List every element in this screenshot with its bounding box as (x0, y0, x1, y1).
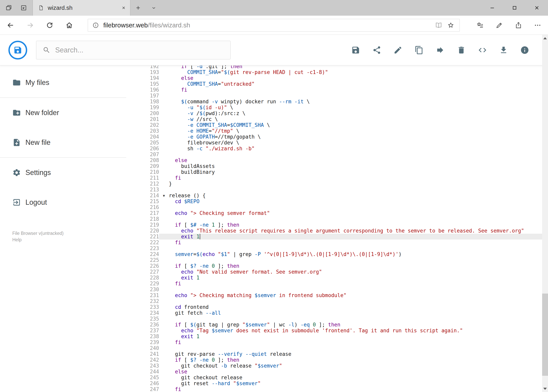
code-line-198[interactable]: 198 $(command -v winpty) docker run --rm… (126, 99, 548, 105)
code-line-246[interactable]: 246 git reset --hard "$semver" (126, 380, 548, 386)
code-line-209[interactable]: 209 buildAssets (126, 163, 548, 169)
code-line-210[interactable]: 210 buildBinary (126, 169, 548, 175)
scrollbar-thumb[interactable] (542, 294, 548, 376)
code-line-238[interactable]: 238 exit 1 (126, 334, 548, 339)
code-line-226[interactable]: 226 if [ $? -ne 0 ]; then (126, 263, 548, 269)
share-page-button[interactable] (511, 17, 526, 33)
code-line-232[interactable]: 232 (126, 298, 548, 304)
code-line-229[interactable]: 229 fi (126, 281, 548, 287)
code-line-241[interactable]: 241 git rev-parse --verify --quiet relea… (126, 351, 548, 357)
code-line-230[interactable]: 230 (126, 287, 548, 292)
code-line-228[interactable]: 228 exit 1 (126, 275, 548, 281)
code-line-212[interactable]: 212} (126, 181, 548, 187)
code-line-203[interactable]: 203 -e HOME="//tmp" \ (126, 128, 548, 134)
code-line-205[interactable]: 205 filebrowser/dev \ (126, 140, 548, 146)
code-line-204[interactable]: 204 -e GOPATH=//tmp/gopath \ (126, 134, 548, 140)
sidebar-item-new-file[interactable]: New file (0, 128, 126, 157)
code-line-216[interactable]: 216 (126, 204, 548, 210)
more-options-button[interactable] (530, 17, 545, 33)
sidebar-item-new-folder[interactable]: New folder (0, 98, 126, 128)
scroll-up-button[interactable] (542, 35, 548, 42)
code-line-231[interactable]: 231 echo "> Checking matching $semver in… (126, 292, 548, 298)
sidebar-item-settings[interactable]: Settings (0, 158, 126, 188)
site-info-icon[interactable] (92, 22, 99, 28)
minimize-button[interactable] (481, 0, 503, 16)
close-window-button[interactable] (526, 0, 548, 16)
refresh-button[interactable] (42, 17, 57, 33)
share-button[interactable] (369, 42, 385, 58)
code-line-237[interactable]: 237 echo "Tag $semver does not exist in … (126, 328, 548, 334)
code-line-223[interactable]: 223 (126, 245, 548, 251)
code-line-244[interactable]: 244 else (126, 369, 548, 375)
code-line-242[interactable]: 242 if [ $? -ne 0 ]; then (126, 357, 548, 363)
favorite-star-icon[interactable] (447, 22, 454, 29)
code-line-218[interactable]: 218 (126, 216, 548, 222)
code-line-208[interactable]: 208 else (126, 157, 548, 163)
code-line-217[interactable]: 217 echo "> Checking semver format" (126, 210, 548, 216)
code-line-215[interactable]: 215 cd $REPO (126, 198, 548, 204)
home-button[interactable] (62, 17, 77, 33)
code-editor[interactable]: 192 if [ -d .git ]; then193 COMMIT_SHA="… (126, 66, 548, 392)
code-line-247[interactable]: 247 fi (126, 386, 548, 392)
maximize-button[interactable] (503, 0, 526, 16)
download-button[interactable] (496, 42, 511, 58)
sidebar-item-my-files[interactable]: My files (0, 68, 126, 98)
filebrowser-logo[interactable] (8, 41, 27, 59)
code-line-219[interactable]: 219 if [ $# -ne 1 ]; then (126, 222, 548, 228)
page-scrollbar[interactable] (542, 35, 548, 392)
set-tabs-aside-button[interactable] (17, 0, 31, 16)
reading-view-icon[interactable] (435, 22, 442, 29)
fold-marker-icon[interactable]: ▾ (163, 193, 165, 199)
address-bar[interactable]: filebrowser.web/files/wizard.sh (88, 19, 460, 32)
code-line-234[interactable]: 234 git fetch --all (126, 310, 548, 316)
move-button[interactable] (432, 42, 448, 58)
saved-tabs-button[interactable] (2, 0, 16, 16)
search-input[interactable] (55, 46, 226, 54)
new-tab-button[interactable] (130, 0, 146, 16)
save-button[interactable] (348, 42, 363, 58)
copy-button[interactable] (411, 42, 427, 58)
favorites-hub-button[interactable] (472, 17, 488, 33)
code-line-199[interactable]: 199 -u "$(id -u)" \ (126, 105, 548, 110)
code-line-236[interactable]: 236 if [ $(git tag | grep "$semver" | wc… (126, 322, 548, 328)
edit-button[interactable] (390, 42, 406, 58)
sidebar-item-logout[interactable]: Logout (0, 188, 126, 217)
delete-button[interactable] (453, 42, 469, 58)
code-line-213[interactable]: 213 (126, 187, 548, 193)
code-line-192[interactable]: 192 if [ -d .git ]; then (126, 66, 548, 69)
code-line-233[interactable]: 233 cd frontend (126, 304, 548, 310)
scroll-down-button[interactable] (542, 385, 548, 392)
code-line-220[interactable]: 220 echo "This release script requires a… (126, 228, 548, 234)
code-line-240[interactable]: 240 (126, 345, 548, 351)
web-note-button[interactable] (492, 17, 507, 33)
tab-preview-toggle-button[interactable] (146, 0, 162, 16)
code-line-225[interactable]: 225 (126, 257, 548, 263)
code-line-200[interactable]: 200 -v /$(pwd):/src:z \ (126, 110, 548, 116)
tab-close-icon[interactable] (121, 6, 126, 10)
code-line-207[interactable]: 207 (126, 152, 548, 157)
code-line-201[interactable]: 201 -w //src \ (126, 116, 548, 122)
code-line-224[interactable]: 224 semver=$(echo "$1" | grep -P '^v(0|[… (126, 251, 548, 257)
code-line-196[interactable]: 196 fi (126, 87, 548, 93)
browser-tab[interactable]: wizard.sh (33, 0, 131, 16)
forward-button[interactable] (22, 17, 38, 33)
code-line-206[interactable]: 206 sh -c "./wizard.sh -b" (126, 146, 548, 152)
code-line-211[interactable]: 211 fi (126, 175, 548, 181)
code-line-193[interactable]: 193 COMMIT_SHA="$(git rev-parse HEAD | c… (126, 69, 548, 75)
code-line-227[interactable]: 227 echo "Not valid semver format. See s… (126, 269, 548, 275)
code-line-245[interactable]: 245 git checkout release (126, 375, 548, 380)
code-button[interactable] (475, 42, 490, 58)
back-button[interactable] (3, 17, 18, 33)
code-line-239[interactable]: 239 fi (126, 339, 548, 345)
info-button[interactable] (517, 42, 533, 58)
code-line-195[interactable]: 195 COMMIT_SHA="untracked" (126, 81, 548, 87)
code-line-214[interactable]: 214▾release () { (126, 193, 548, 198)
code-line-222[interactable]: 222 fi (126, 239, 548, 245)
code-line-197[interactable]: 197 (126, 93, 548, 99)
code-line-235[interactable]: 235 (126, 316, 548, 322)
code-line-202[interactable]: 202 -e COMMIT_SHA=$COMMIT_SHA \ (126, 122, 548, 128)
search-bar[interactable] (36, 41, 231, 59)
code-line-243[interactable]: 243 git checkout -b release "$semver" (126, 363, 548, 369)
help-link[interactable]: Help (12, 237, 64, 243)
code-line-194[interactable]: 194 else (126, 75, 548, 81)
